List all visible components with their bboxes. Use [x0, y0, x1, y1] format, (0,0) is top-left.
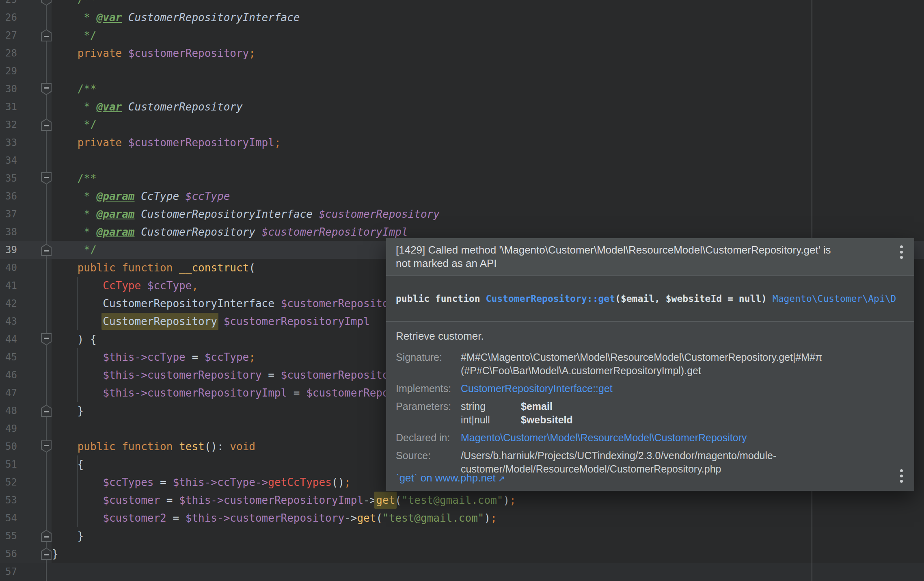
line-number[interactable]: 46 — [5, 366, 34, 384]
line-number[interactable]: 54 — [5, 509, 34, 527]
code-line[interactable]: public function test(): void — [52, 438, 255, 455]
warning-text-line1: [1429] Called method '\Magento\Customer\… — [396, 243, 882, 257]
external-link-icon: ↗ — [498, 474, 505, 483]
line-number[interactable]: 30 — [5, 80, 34, 98]
code-line[interactable]: /** — [52, 0, 97, 9]
line-number[interactable]: 33 — [5, 134, 34, 152]
line-number[interactable]: 51 — [5, 455, 34, 473]
line-number[interactable]: 53 — [5, 491, 34, 509]
fold-marker[interactable] — [41, 172, 52, 184]
code-line[interactable]: { — [52, 455, 84, 473]
line-number[interactable]: 39 — [5, 241, 34, 259]
fold-marker[interactable] — [41, 29, 52, 41]
line-number[interactable]: 29 — [5, 62, 34, 80]
line-number[interactable]: 28 — [5, 44, 34, 62]
popup-footer-menu-icon[interactable] — [900, 469, 903, 472]
code-line[interactable]: /** — [52, 169, 97, 187]
line-number[interactable]: 49 — [5, 420, 34, 438]
fold-marker[interactable] — [41, 530, 52, 542]
code-line[interactable]: CcType $ccType, — [52, 277, 198, 295]
field-label: Declared in: — [396, 431, 461, 444]
fold-marker[interactable] — [41, 548, 52, 560]
popup-body: Retrieve customer. Signature: #M#C\Magen… — [386, 322, 914, 476]
line-number[interactable]: 48 — [5, 402, 34, 420]
code-line[interactable]: CustomerRepository $customerRepositoryIm… — [52, 312, 370, 330]
documentation-popup: [1429] Called method '\Magento\Customer\… — [386, 238, 914, 491]
field-value: #M#C\Magento\Customer\Model\ResourceMode… — [461, 351, 822, 377]
line-number[interactable]: 55 — [5, 527, 34, 545]
line-number[interactable]: 43 — [5, 312, 34, 330]
code-line[interactable]: $this->ccType = $ccType; — [52, 348, 255, 366]
line-number[interactable]: 56 — [5, 545, 34, 563]
line-number[interactable]: 41 — [5, 277, 34, 295]
implements-link[interactable]: CustomerRepositoryInterface::get — [461, 383, 613, 394]
ide-editor: 25 /**26 * @var CustomerRepositoryInterf… — [0, 0, 924, 581]
line-number[interactable]: 34 — [5, 152, 34, 169]
line-number[interactable]: 32 — [5, 116, 34, 134]
field-parameters: Parameters: string$email int|null$websit… — [396, 400, 905, 427]
line-number[interactable]: 42 — [5, 295, 34, 312]
signature-return-type-link[interactable]: Magento\Customer\Api\D — [773, 293, 896, 304]
parameter-type: int|null — [461, 413, 521, 427]
line-number[interactable]: 38 — [5, 223, 34, 241]
line-number[interactable]: 27 — [5, 26, 34, 44]
line-number[interactable]: 35 — [5, 169, 34, 187]
code-line[interactable]: */ — [52, 116, 97, 134]
line-number[interactable]: 26 — [5, 9, 34, 26]
code-line[interactable]: * @var CustomerRepositoryInterface — [52, 9, 300, 26]
line-number[interactable]: 40 — [5, 259, 34, 277]
php-net-link[interactable]: `get` on www.php.net — [396, 472, 496, 484]
code-line[interactable]: */ — [52, 26, 97, 44]
line-number[interactable]: 47 — [5, 384, 34, 402]
line-number[interactable]: 25 — [5, 0, 34, 9]
fold-marker[interactable] — [41, 405, 52, 417]
code-line[interactable]: * @var CustomerRepository — [52, 98, 243, 116]
line-number[interactable]: 57 — [5, 563, 34, 581]
parameter-row: string$email — [461, 400, 573, 413]
line-number[interactable]: 36 — [5, 187, 34, 205]
fold-marker[interactable] — [41, 440, 52, 453]
fold-marker[interactable] — [41, 0, 52, 6]
field-label: Parameters: — [396, 400, 461, 427]
code-line[interactable]: $customer = $this->customerRepositoryImp… — [52, 491, 516, 509]
method-description: Retrieve customer. — [396, 330, 905, 343]
line-number[interactable]: 50 — [5, 438, 34, 455]
declared-in-link[interactable]: Magento\Customer\Model\ResourceModel\Cus… — [461, 432, 747, 443]
fold-marker[interactable] — [41, 83, 52, 95]
code-line[interactable]: */ — [52, 241, 97, 259]
fold-marker[interactable] — [41, 333, 52, 345]
parameter-name: $websiteId — [521, 414, 573, 425]
field-signature: Signature: #M#C\Magento\Customer\Model\R… — [396, 351, 905, 377]
code-line[interactable]: $ccTypes = $this->ccType->getCcTypes(); — [52, 473, 351, 491]
code-line[interactable]: public function __construct( — [52, 259, 255, 277]
code-line[interactable]: $this->customerRepository = $customerRep… — [52, 366, 408, 384]
field-label: Signature: — [396, 351, 461, 377]
code-line[interactable]: ) { — [52, 330, 97, 348]
code-line[interactable]: CustomerRepositoryInterface $customerRep… — [52, 295, 408, 312]
signature-method-link[interactable]: CustomerRepository::get — [486, 293, 615, 304]
warning-text-line2: not marked as an API — [396, 257, 882, 270]
line-number[interactable]: 52 — [5, 473, 34, 491]
line-number[interactable]: 44 — [5, 330, 34, 348]
fold-marker[interactable] — [41, 244, 52, 256]
field-implements: Implements: CustomerRepositoryInterface:… — [396, 382, 905, 395]
code-line[interactable]: /** — [52, 80, 97, 98]
code-line[interactable]: private $customerRepositoryImpl; — [52, 134, 281, 152]
popup-menu-icon[interactable] — [900, 245, 903, 248]
code-line[interactable]: } — [52, 545, 58, 563]
code-line[interactable]: * @param CustomerRepository $customerRep… — [52, 223, 408, 241]
code-line[interactable]: } — [52, 527, 84, 545]
code-line[interactable]: * @param CustomerRepositoryInterface $cu… — [52, 205, 440, 223]
code-line[interactable]: $customer2 = $this->customerRepository->… — [52, 509, 497, 527]
line-number[interactable]: 31 — [5, 98, 34, 116]
signature-modifiers: public function — [396, 293, 486, 304]
popup-warning-header: [1429] Called method '\Magento\Customer\… — [386, 238, 914, 276]
line-number[interactable]: 37 — [5, 205, 34, 223]
fold-marker[interactable] — [41, 119, 52, 131]
field-label: Implements: — [396, 382, 461, 395]
line-number[interactable]: 45 — [5, 348, 34, 366]
code-line[interactable]: * @param CcType $ccType — [52, 187, 230, 205]
parameter-row: int|null$websiteId — [461, 413, 573, 427]
code-line[interactable]: } — [52, 402, 84, 420]
code-line[interactable]: private $customerRepository; — [52, 44, 255, 62]
